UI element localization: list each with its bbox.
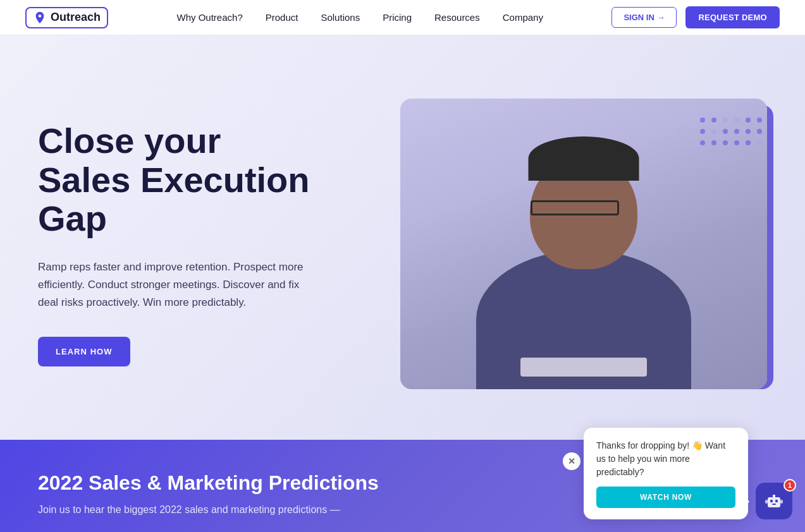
signin-button[interactable]: SIGN IN → — [611, 7, 677, 28]
hero-section: Close your Sales Execution Gap Ramp reps… — [0, 35, 805, 440]
dot — [700, 118, 705, 123]
watch-now-button[interactable]: WATCH NOW — [596, 487, 735, 508]
dots-decoration — [700, 118, 767, 145]
svg-rect-7 — [780, 500, 783, 504]
dot — [746, 140, 751, 145]
dot — [711, 118, 716, 123]
hero-description: Ramp reps faster and improve retention. … — [38, 258, 316, 311]
chatbot-icon-button[interactable]: 1 — [756, 483, 792, 519]
dot — [746, 129, 751, 134]
hero-image-area — [341, 99, 767, 389]
learn-how-button[interactable]: LEARN HOW — [38, 337, 130, 366]
logo-text: Outreach — [51, 11, 101, 24]
request-demo-button[interactable]: REQUEST DEMO — [685, 6, 780, 28]
outreach-logo-icon — [33, 11, 47, 25]
nav-link-company[interactable]: Company — [503, 12, 543, 23]
svg-rect-3 — [772, 504, 776, 505]
dot — [734, 140, 739, 145]
banner-close-button[interactable]: ✕ — [563, 452, 581, 470]
robot-icon — [764, 491, 784, 511]
person-laptop — [520, 358, 647, 377]
nav-links: Why Outreach? Product Solutions Pricing … — [177, 12, 543, 23]
hero-image — [400, 99, 767, 389]
nav-link-pricing[interactable]: Pricing — [383, 12, 412, 23]
chatbot-widget: Thanks for dropping by! 👋 Want us to hel… — [584, 428, 792, 519]
dot — [757, 140, 762, 145]
navbar: Outreach Why Outreach? Product Solutions… — [0, 0, 805, 35]
nav-link-resources[interactable]: Resources — [434, 12, 480, 23]
nav-link-product[interactable]: Product — [266, 12, 298, 23]
dot — [711, 140, 716, 145]
dot — [711, 129, 716, 134]
person-hair — [529, 136, 639, 181]
chat-notification-badge: 1 — [783, 479, 796, 492]
person-glasses — [531, 200, 619, 215]
dot — [746, 118, 751, 123]
dot — [723, 118, 728, 123]
svg-rect-1 — [770, 500, 773, 502]
svg-rect-2 — [775, 500, 778, 502]
nav-actions: SIGN IN → REQUEST DEMO — [611, 6, 780, 28]
dot — [723, 129, 728, 134]
nav-link-why-outreach[interactable]: Why Outreach? — [177, 12, 243, 23]
dot — [723, 140, 728, 145]
nav-link-solutions[interactable]: Solutions — [321, 12, 360, 23]
hero-title: Close your Sales Execution Gap — [38, 121, 316, 238]
dot — [700, 140, 705, 145]
dot — [734, 129, 739, 134]
svg-rect-0 — [768, 497, 780, 507]
chat-message: Thanks for dropping by! 👋 Want us to hel… — [596, 440, 725, 477]
chat-bubble: Thanks for dropping by! 👋 Want us to hel… — [584, 428, 748, 519]
banner-description: Join us to hear the biggest 2022 sales a… — [38, 502, 354, 517]
svg-rect-6 — [765, 500, 768, 504]
dot — [734, 118, 739, 123]
logo[interactable]: Outreach — [25, 7, 108, 28]
dot — [757, 129, 762, 134]
dot — [757, 118, 762, 123]
hero-content: Close your Sales Execution Gap Ramp reps… — [38, 121, 341, 366]
dot — [700, 129, 705, 134]
